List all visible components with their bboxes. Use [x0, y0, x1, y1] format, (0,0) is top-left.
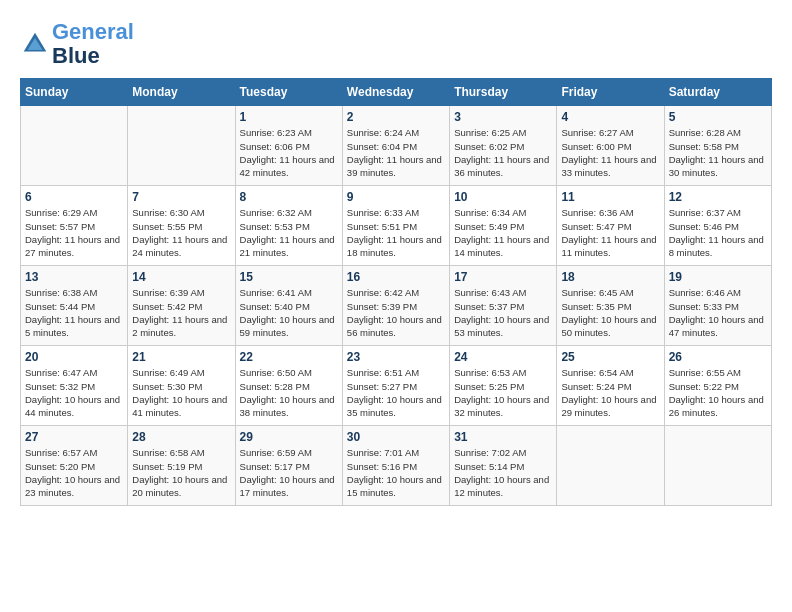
day-info: Sunrise: 6:51 AM Sunset: 5:27 PM Dayligh…: [347, 366, 445, 419]
day-number: 2: [347, 110, 445, 124]
day-info: Sunrise: 6:57 AM Sunset: 5:20 PM Dayligh…: [25, 446, 123, 499]
day-info: Sunrise: 6:49 AM Sunset: 5:30 PM Dayligh…: [132, 366, 230, 419]
weekday-wednesday: Wednesday: [342, 79, 449, 106]
calendar-week-5: 27Sunrise: 6:57 AM Sunset: 5:20 PM Dayli…: [21, 426, 772, 506]
day-info: Sunrise: 6:42 AM Sunset: 5:39 PM Dayligh…: [347, 286, 445, 339]
weekday-thursday: Thursday: [450, 79, 557, 106]
calendar-day: 8Sunrise: 6:32 AM Sunset: 5:53 PM Daylig…: [235, 186, 342, 266]
day-info: Sunrise: 7:02 AM Sunset: 5:14 PM Dayligh…: [454, 446, 552, 499]
weekday-monday: Monday: [128, 79, 235, 106]
weekday-header-row: SundayMondayTuesdayWednesdayThursdayFrid…: [21, 79, 772, 106]
weekday-saturday: Saturday: [664, 79, 771, 106]
day-number: 20: [25, 350, 123, 364]
day-info: Sunrise: 6:45 AM Sunset: 5:35 PM Dayligh…: [561, 286, 659, 339]
calendar-day: [664, 426, 771, 506]
day-info: Sunrise: 6:43 AM Sunset: 5:37 PM Dayligh…: [454, 286, 552, 339]
day-info: Sunrise: 6:58 AM Sunset: 5:19 PM Dayligh…: [132, 446, 230, 499]
day-info: Sunrise: 6:25 AM Sunset: 6:02 PM Dayligh…: [454, 126, 552, 179]
day-number: 18: [561, 270, 659, 284]
calendar-day: 22Sunrise: 6:50 AM Sunset: 5:28 PM Dayli…: [235, 346, 342, 426]
day-info: Sunrise: 7:01 AM Sunset: 5:16 PM Dayligh…: [347, 446, 445, 499]
day-info: Sunrise: 6:23 AM Sunset: 6:06 PM Dayligh…: [240, 126, 338, 179]
day-number: 23: [347, 350, 445, 364]
day-info: Sunrise: 6:27 AM Sunset: 6:00 PM Dayligh…: [561, 126, 659, 179]
day-info: Sunrise: 6:55 AM Sunset: 5:22 PM Dayligh…: [669, 366, 767, 419]
calendar-day: 17Sunrise: 6:43 AM Sunset: 5:37 PM Dayli…: [450, 266, 557, 346]
calendar-day: 16Sunrise: 6:42 AM Sunset: 5:39 PM Dayli…: [342, 266, 449, 346]
day-info: Sunrise: 6:28 AM Sunset: 5:58 PM Dayligh…: [669, 126, 767, 179]
day-info: Sunrise: 6:39 AM Sunset: 5:42 PM Dayligh…: [132, 286, 230, 339]
calendar-header: SundayMondayTuesdayWednesdayThursdayFrid…: [21, 79, 772, 106]
calendar-day: 27Sunrise: 6:57 AM Sunset: 5:20 PM Dayli…: [21, 426, 128, 506]
calendar-week-3: 13Sunrise: 6:38 AM Sunset: 5:44 PM Dayli…: [21, 266, 772, 346]
day-number: 26: [669, 350, 767, 364]
day-info: Sunrise: 6:47 AM Sunset: 5:32 PM Dayligh…: [25, 366, 123, 419]
day-number: 25: [561, 350, 659, 364]
day-number: 27: [25, 430, 123, 444]
day-number: 5: [669, 110, 767, 124]
day-number: 1: [240, 110, 338, 124]
day-number: 30: [347, 430, 445, 444]
calendar-day: 21Sunrise: 6:49 AM Sunset: 5:30 PM Dayli…: [128, 346, 235, 426]
calendar-day: 5Sunrise: 6:28 AM Sunset: 5:58 PM Daylig…: [664, 106, 771, 186]
calendar-day: 25Sunrise: 6:54 AM Sunset: 5:24 PM Dayli…: [557, 346, 664, 426]
day-number: 6: [25, 190, 123, 204]
day-number: 14: [132, 270, 230, 284]
day-info: Sunrise: 6:34 AM Sunset: 5:49 PM Dayligh…: [454, 206, 552, 259]
logo: General Blue: [20, 20, 134, 68]
day-info: Sunrise: 6:50 AM Sunset: 5:28 PM Dayligh…: [240, 366, 338, 419]
day-number: 22: [240, 350, 338, 364]
calendar-day: 4Sunrise: 6:27 AM Sunset: 6:00 PM Daylig…: [557, 106, 664, 186]
day-info: Sunrise: 6:46 AM Sunset: 5:33 PM Dayligh…: [669, 286, 767, 339]
day-number: 7: [132, 190, 230, 204]
day-number: 13: [25, 270, 123, 284]
calendar-day: 13Sunrise: 6:38 AM Sunset: 5:44 PM Dayli…: [21, 266, 128, 346]
day-number: 17: [454, 270, 552, 284]
calendar-day: 2Sunrise: 6:24 AM Sunset: 6:04 PM Daylig…: [342, 106, 449, 186]
calendar-day: 30Sunrise: 7:01 AM Sunset: 5:16 PM Dayli…: [342, 426, 449, 506]
calendar-day: [128, 106, 235, 186]
calendar-week-2: 6Sunrise: 6:29 AM Sunset: 5:57 PM Daylig…: [21, 186, 772, 266]
calendar-day: 15Sunrise: 6:41 AM Sunset: 5:40 PM Dayli…: [235, 266, 342, 346]
calendar-day: 18Sunrise: 6:45 AM Sunset: 5:35 PM Dayli…: [557, 266, 664, 346]
day-info: Sunrise: 6:29 AM Sunset: 5:57 PM Dayligh…: [25, 206, 123, 259]
day-number: 16: [347, 270, 445, 284]
calendar-day: 20Sunrise: 6:47 AM Sunset: 5:32 PM Dayli…: [21, 346, 128, 426]
calendar-day: 12Sunrise: 6:37 AM Sunset: 5:46 PM Dayli…: [664, 186, 771, 266]
calendar-day: 3Sunrise: 6:25 AM Sunset: 6:02 PM Daylig…: [450, 106, 557, 186]
calendar-day: 24Sunrise: 6:53 AM Sunset: 5:25 PM Dayli…: [450, 346, 557, 426]
calendar-day: 9Sunrise: 6:33 AM Sunset: 5:51 PM Daylig…: [342, 186, 449, 266]
day-number: 10: [454, 190, 552, 204]
day-number: 4: [561, 110, 659, 124]
logo-icon: [20, 29, 50, 59]
day-number: 28: [132, 430, 230, 444]
day-number: 8: [240, 190, 338, 204]
logo-text: General Blue: [52, 20, 134, 68]
day-number: 21: [132, 350, 230, 364]
calendar-day: 7Sunrise: 6:30 AM Sunset: 5:55 PM Daylig…: [128, 186, 235, 266]
day-info: Sunrise: 6:32 AM Sunset: 5:53 PM Dayligh…: [240, 206, 338, 259]
calendar-day: 1Sunrise: 6:23 AM Sunset: 6:06 PM Daylig…: [235, 106, 342, 186]
calendar-day: 14Sunrise: 6:39 AM Sunset: 5:42 PM Dayli…: [128, 266, 235, 346]
day-info: Sunrise: 6:24 AM Sunset: 6:04 PM Dayligh…: [347, 126, 445, 179]
weekday-sunday: Sunday: [21, 79, 128, 106]
calendar-table: SundayMondayTuesdayWednesdayThursdayFrid…: [20, 78, 772, 506]
calendar-day: 26Sunrise: 6:55 AM Sunset: 5:22 PM Dayli…: [664, 346, 771, 426]
calendar-day: 28Sunrise: 6:58 AM Sunset: 5:19 PM Dayli…: [128, 426, 235, 506]
page-header: General Blue: [20, 20, 772, 68]
day-info: Sunrise: 6:33 AM Sunset: 5:51 PM Dayligh…: [347, 206, 445, 259]
calendar-day: 10Sunrise: 6:34 AM Sunset: 5:49 PM Dayli…: [450, 186, 557, 266]
day-info: Sunrise: 6:59 AM Sunset: 5:17 PM Dayligh…: [240, 446, 338, 499]
day-info: Sunrise: 6:38 AM Sunset: 5:44 PM Dayligh…: [25, 286, 123, 339]
day-info: Sunrise: 6:54 AM Sunset: 5:24 PM Dayligh…: [561, 366, 659, 419]
calendar-day: [21, 106, 128, 186]
day-number: 15: [240, 270, 338, 284]
day-info: Sunrise: 6:53 AM Sunset: 5:25 PM Dayligh…: [454, 366, 552, 419]
day-number: 9: [347, 190, 445, 204]
day-info: Sunrise: 6:36 AM Sunset: 5:47 PM Dayligh…: [561, 206, 659, 259]
day-info: Sunrise: 6:41 AM Sunset: 5:40 PM Dayligh…: [240, 286, 338, 339]
day-number: 31: [454, 430, 552, 444]
calendar-day: 19Sunrise: 6:46 AM Sunset: 5:33 PM Dayli…: [664, 266, 771, 346]
calendar-body: 1Sunrise: 6:23 AM Sunset: 6:06 PM Daylig…: [21, 106, 772, 506]
calendar-day: 29Sunrise: 6:59 AM Sunset: 5:17 PM Dayli…: [235, 426, 342, 506]
